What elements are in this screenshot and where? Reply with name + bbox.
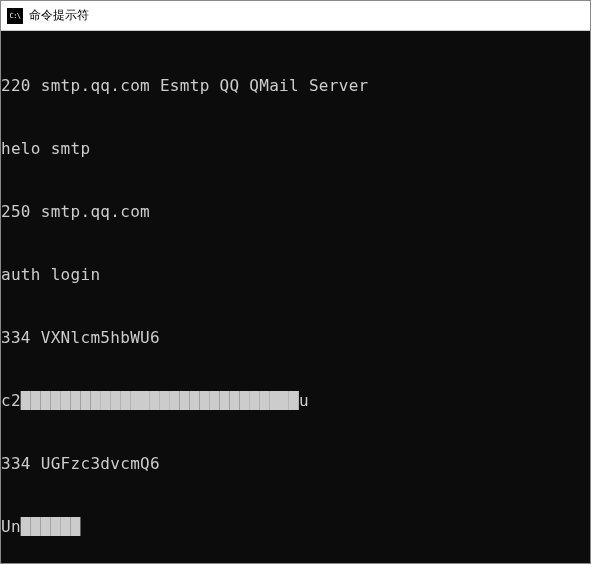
terminal-line: 220 smtp.qq.com Esmtp QQ QMail Server <box>1 75 590 96</box>
terminal-line: 334 UGFzc3dvcmQ6 <box>1 453 590 474</box>
cmd-icon <box>7 8 23 24</box>
terminal-line: 334 VXNlcm5hbWU6 <box>1 327 590 348</box>
command-prompt-window: 命令提示符 220 smtp.qq.com Esmtp QQ QMail Ser… <box>0 0 591 564</box>
terminal-line: 250 smtp.qq.com <box>1 201 590 222</box>
terminal-line: Un██████ <box>1 516 590 537</box>
terminal-line: helo smtp <box>1 138 590 159</box>
terminal-line: auth login <box>1 264 590 285</box>
window-title: 命令提示符 <box>29 7 89 24</box>
terminal-output[interactable]: 220 smtp.qq.com Esmtp QQ QMail Server he… <box>1 31 590 563</box>
terminal-line: c2████████████████████████████u <box>1 390 590 411</box>
titlebar[interactable]: 命令提示符 <box>1 1 590 31</box>
